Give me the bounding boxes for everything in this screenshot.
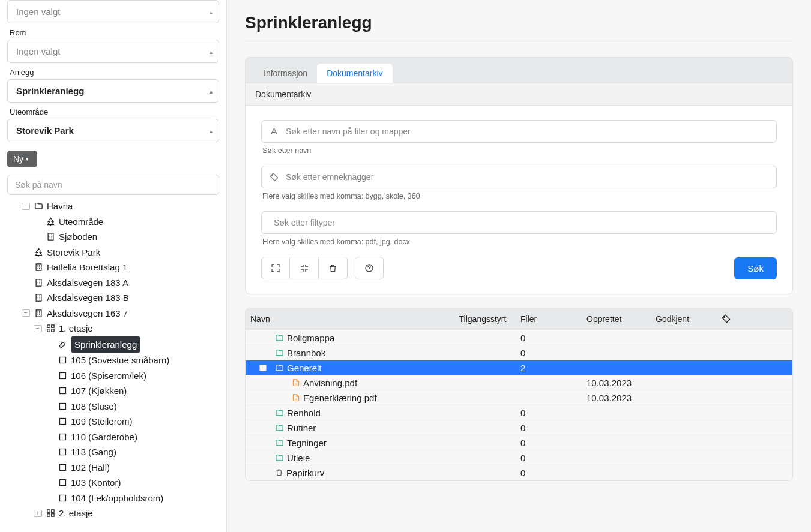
row-files: 0 <box>516 467 582 479</box>
row-created <box>582 351 651 354</box>
table-row[interactable]: −Generelt2 <box>246 360 792 375</box>
tree-node[interactable]: −1. etasje <box>7 321 219 336</box>
svg-point-23 <box>271 175 273 176</box>
help-button[interactable] <box>355 257 384 279</box>
row-access <box>450 336 516 339</box>
search-name-input[interactable] <box>261 120 777 143</box>
tree-node[interactable]: 107 (Kjøkken) <box>7 383 219 399</box>
tree-toggle-icon[interactable]: + <box>34 510 42 517</box>
tree-node[interactable]: 109 (Stellerom) <box>7 414 219 429</box>
chevron-up-icon: ▴ <box>210 88 213 94</box>
table-row[interactable]: Boligmappa0 <box>246 330 792 345</box>
svg-rect-9 <box>59 357 65 363</box>
table-row[interactable]: Tegninger0 <box>246 435 792 450</box>
toolbar-group <box>261 257 348 279</box>
col-name[interactable]: Navn <box>246 308 450 330</box>
page-title: Sprinkleranlegg <box>245 13 793 32</box>
search-tags-input[interactable] <box>261 166 777 188</box>
table-row[interactable]: Renhold0 <box>246 405 792 420</box>
row-files <box>516 381 582 384</box>
col-files[interactable]: Filer <box>516 308 582 330</box>
table-row[interactable]: Anvisning.pdf10.03.2023 <box>246 375 792 390</box>
font-icon <box>270 127 279 136</box>
tree-label: 106 (Spiserom/lek) <box>71 368 146 384</box>
collapse-button[interactable] <box>290 257 319 279</box>
select-box-1[interactable]: Ingen valgt▴ <box>7 40 219 63</box>
table-row[interactable]: Utleie0 <box>246 450 792 465</box>
svg-rect-22 <box>51 514 53 516</box>
tree-label: Aksdalsvegen 163 7 <box>47 306 128 321</box>
table-row[interactable]: Rutiner0 <box>246 420 792 435</box>
svg-rect-11 <box>59 388 65 394</box>
tree-label: Storevik Park <box>47 245 100 260</box>
search-button[interactable]: Søk <box>734 257 777 279</box>
select-box-0[interactable]: Ingen valgt▴ <box>7 0 219 23</box>
row-tag <box>717 336 753 339</box>
row-access <box>450 411 516 414</box>
svg-rect-19 <box>47 510 49 512</box>
tree-toggle-icon[interactable]: − <box>22 309 30 317</box>
row-files: 2 <box>516 362 582 374</box>
new-button-label: Ny <box>13 154 23 164</box>
tree-node[interactable]: Aksdalsvegen 183 A <box>7 275 219 291</box>
col-access[interactable]: Tilgangsstyrt <box>450 308 516 330</box>
tree-search-input[interactable] <box>7 175 219 195</box>
row-tag <box>717 396 753 399</box>
col-tag[interactable] <box>717 308 753 330</box>
tree-label: 110 (Garderobe) <box>71 429 137 445</box>
chevron-up-icon: ▴ <box>210 8 213 15</box>
tree-node[interactable]: −Havna <box>7 199 219 214</box>
col-approved[interactable]: Godkjent <box>651 308 717 330</box>
table-row[interactable]: Egenerklæring.pdf10.03.2023 <box>246 390 792 405</box>
tree-node[interactable]: Hatlelia Borettslag 1 <box>7 260 219 275</box>
expand-button[interactable] <box>261 257 290 279</box>
tree-node[interactable]: 110 (Garderobe) <box>7 429 219 445</box>
tree-toggle-icon[interactable]: − <box>34 325 42 332</box>
svg-rect-3 <box>36 294 41 301</box>
table-row[interactable]: Brannbok0 <box>246 345 792 360</box>
tree-node[interactable]: 102 (Hall) <box>7 460 219 476</box>
select-box-2[interactable]: Sprinkleranlegg▴ <box>7 79 219 103</box>
svg-rect-15 <box>59 449 65 455</box>
tree-node[interactable]: 105 (Sovestue småbarn) <box>7 353 219 368</box>
tree-node[interactable]: 108 (Sluse) <box>7 399 219 414</box>
row-tag <box>717 441 753 444</box>
row-files: 0 <box>516 332 582 344</box>
tree-label: Sprinkleranlegg <box>71 336 140 353</box>
folder-icon <box>275 348 284 357</box>
tree-label: Havna <box>47 199 73 214</box>
tree-node[interactable]: Sprinkleranlegg <box>7 336 219 353</box>
row-access <box>450 456 516 459</box>
select-box-3[interactable]: Storevik Park▴ <box>7 119 219 142</box>
tree-node[interactable]: 106 (Spiserom/lek) <box>7 368 219 384</box>
row-access <box>450 381 516 384</box>
row-created <box>582 426 651 429</box>
tree-node[interactable]: 104 (Lek/oppholdsrom) <box>7 491 219 506</box>
table-row[interactable]: Papirkurv0 <box>246 465 792 480</box>
tree-node[interactable]: Uteområde <box>7 214 219 230</box>
delete-button[interactable] <box>319 257 348 279</box>
tree-node[interactable]: 103 (Kontor) <box>7 475 219 491</box>
row-tag <box>717 351 753 354</box>
tree-label: Sjøboden <box>59 229 97 245</box>
svg-rect-5 <box>47 325 49 327</box>
tree-node[interactable]: −Aksdalsvegen 163 7 <box>7 306 219 321</box>
tree-node[interactable]: 113 (Gang) <box>7 444 219 460</box>
row-toggle-icon[interactable]: − <box>259 365 267 371</box>
tree-node[interactable]: Aksdalsvegen 183 B <box>7 290 219 306</box>
row-created <box>582 441 651 444</box>
tab-informasjon[interactable]: Informasjon <box>254 64 317 83</box>
col-created[interactable]: Opprettet <box>582 308 651 330</box>
square-icon <box>58 356 67 365</box>
row-access <box>450 426 516 429</box>
new-button[interactable]: Ny ▾ <box>7 151 37 167</box>
tree-node[interactable]: +2. etasje <box>7 506 219 521</box>
tree-icon <box>46 217 55 226</box>
tree-toggle-icon[interactable]: − <box>22 203 30 210</box>
row-created: 10.03.2023 <box>582 377 651 389</box>
search-types-input[interactable] <box>261 211 777 234</box>
tree-node[interactable]: Storevik Park <box>7 245 219 260</box>
row-tag <box>717 411 753 414</box>
tab-dokumentarkiv[interactable]: Dokumentarkiv <box>317 64 392 83</box>
tree-node[interactable]: Sjøboden <box>7 229 219 245</box>
